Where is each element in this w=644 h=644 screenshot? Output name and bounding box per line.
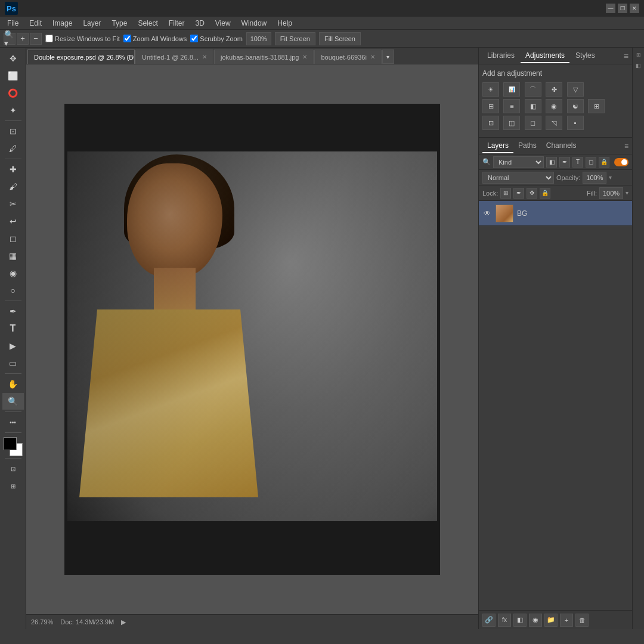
eyedropper-tool-button[interactable]: 🖊 [2, 140, 24, 157]
fit-screen-button[interactable]: Fit Screen [275, 32, 315, 45]
shape-tool-button[interactable]: ▭ [2, 355, 24, 371]
wand-tool-button[interactable]: ✦ [2, 102, 24, 119]
adj-posterize[interactable]: ◫ [503, 116, 520, 130]
tab-paths[interactable]: Paths [513, 139, 541, 153]
filter-toggle[interactable] [614, 158, 628, 166]
tab-close-bouquet[interactable]: ✕ [370, 54, 375, 60]
marquee-tool-button[interactable]: ⬜ [2, 67, 24, 84]
adj-channel-mixer[interactable]: ☯ [567, 99, 584, 113]
history-brush-button[interactable]: ↩ [2, 213, 24, 230]
status-arrow[interactable]: ▶ [121, 618, 126, 626]
path-select-button[interactable]: ▶ [2, 338, 24, 354]
adj-brightness[interactable]: ☀ [482, 82, 499, 97]
gradient-tool-button[interactable]: ▦ [2, 247, 24, 264]
zoom-tool-button[interactable]: 🔍 [2, 393, 24, 410]
layers-panel-menu-icon[interactable]: ≡ [624, 142, 628, 150]
resize-windows-checkbox[interactable]: Resize Windows to Fit [45, 35, 120, 42]
mask-mode-button[interactable]: ⊡ [2, 460, 24, 477]
tab-bouquet[interactable]: bouquet-66936i ✕ [314, 49, 381, 64]
menu-image[interactable]: Image [48, 18, 77, 29]
zoom-dropdown-button[interactable]: 🔍 ▾ [4, 33, 16, 45]
canvas-viewport[interactable] [26, 64, 478, 614]
link-layers-button[interactable]: 🔗 [482, 614, 496, 627]
fill-input[interactable] [599, 187, 623, 199]
menu-type[interactable]: Type [107, 18, 132, 29]
restore-button[interactable]: ❐ [618, 4, 627, 13]
adj-color-lookup[interactable]: ⊞ [588, 99, 605, 113]
screen-mode-button[interactable]: ⊞ [2, 478, 24, 494]
tab-layers[interactable]: Layers [482, 139, 513, 153]
lock-position-button[interactable]: ✥ [527, 188, 537, 199]
add-mask-button[interactable]: ◧ [513, 614, 527, 627]
menu-filter[interactable]: Filter [164, 18, 190, 29]
adj-hsl[interactable]: ⊞ [482, 99, 499, 113]
properties-icon[interactable]: ⊞ [634, 50, 643, 60]
add-fx-button[interactable]: fx [498, 614, 511, 627]
more-tools-button[interactable]: ••• [2, 414, 24, 431]
move-tool-button[interactable]: ✥ [2, 50, 24, 67]
filter-shape-icon[interactable]: ◻ [586, 157, 596, 168]
panel-top-menu-icon[interactable]: ≡ [624, 51, 628, 61]
zoom-in-button[interactable]: + [17, 33, 29, 45]
adj-photo-filter[interactable]: ◉ [546, 99, 562, 113]
menu-edit[interactable]: Edit [24, 18, 47, 29]
tab-close-jokubas[interactable]: ✕ [302, 54, 307, 60]
layer-visibility-eye[interactable]: 👁 [482, 209, 492, 218]
filter-smart-icon[interactable]: 🔒 [599, 157, 609, 168]
pen-tool-button[interactable]: ✒ [2, 303, 24, 320]
lock-pixels-button[interactable]: ✒ [513, 188, 524, 199]
hand-tool-button[interactable]: ✋ [2, 376, 24, 392]
new-adjustment-button[interactable]: ◉ [529, 614, 542, 627]
fill-arrow[interactable]: ▾ [626, 190, 628, 196]
adj-curves[interactable]: ⌒ [525, 82, 541, 97]
blend-mode-select[interactable]: Normal Dissolve Multiply Screen Overlay [482, 172, 554, 184]
tab-jokubas[interactable]: jokubas-banaitis-31881.jpg ✕ [214, 49, 314, 64]
adj-levels[interactable]: 📊 [503, 82, 520, 97]
blur-tool-button[interactable]: ◉ [2, 265, 24, 281]
masks-icon[interactable]: ◧ [634, 61, 643, 70]
dodge-tool-button[interactable]: ○ [2, 282, 24, 299]
adj-selective-color[interactable]: ▪ [567, 116, 584, 130]
fill-screen-button[interactable]: Fill Screen [319, 32, 361, 45]
heal-tool-button[interactable]: ✚ [2, 161, 24, 178]
lock-all-button[interactable]: 🔒 [540, 188, 550, 199]
filter-pixel-icon[interactable]: ◧ [546, 157, 557, 168]
filter-type-icon[interactable]: T [572, 157, 583, 168]
tab-untitled[interactable]: Untitled-1 @ 26.8... ✕ [135, 49, 213, 64]
menu-3d[interactable]: 3D [190, 18, 209, 29]
layer-bg[interactable]: 👁 BG [479, 201, 632, 226]
adj-exposure[interactable]: ✤ [546, 82, 562, 97]
tab-adjustments[interactable]: Adjustments [521, 49, 569, 63]
new-layer-button[interactable]: + [560, 614, 573, 627]
close-button[interactable]: ✕ [630, 4, 639, 13]
lasso-tool-button[interactable]: ⭕ [2, 85, 24, 101]
eraser-tool-button[interactable]: ◻ [2, 230, 24, 247]
brush-tool-button[interactable]: 🖌 [2, 178, 24, 195]
menu-view[interactable]: View [210, 18, 236, 29]
layer-filter-select[interactable]: Kind Name Effect Mode Attribute Color [493, 156, 544, 168]
menu-help[interactable]: Help [273, 18, 297, 29]
titlebar-controls[interactable]: — ❐ ✕ [606, 4, 639, 13]
adj-color-balance[interactable]: ≡ [503, 99, 520, 113]
filter-adjustment-icon[interactable]: ✒ [559, 157, 570, 168]
menu-layer[interactable]: Layer [78, 18, 106, 29]
opacity-arrow[interactable]: ▾ [609, 174, 612, 181]
opacity-input[interactable] [583, 172, 606, 184]
adj-bw[interactable]: ◧ [525, 99, 541, 113]
lock-transparent-button[interactable]: ⊞ [500, 188, 511, 199]
tab-double-exposure[interactable]: Double exposure.psd @ 26.8% (BG, RGB/8) … [27, 49, 135, 64]
zoom-all-windows-checkbox[interactable]: Zoom All Windows [123, 35, 187, 42]
minimize-button[interactable]: — [606, 4, 615, 13]
type-tool-button[interactable]: T [2, 320, 24, 337]
delete-layer-button[interactable]: 🗑 [575, 614, 589, 627]
menu-select[interactable]: Select [133, 18, 162, 29]
tab-channels[interactable]: Channels [541, 139, 581, 153]
tab-close-untitled[interactable]: ✕ [202, 54, 207, 60]
zoom-percent-input[interactable] [246, 32, 271, 45]
tab-styles[interactable]: Styles [571, 49, 600, 63]
scrubby-zoom-checkbox[interactable]: Scrubby Zoom [190, 35, 243, 42]
adj-invert[interactable]: ⊡ [482, 116, 499, 130]
adj-gradient-map[interactable]: ◹ [546, 116, 562, 130]
crop-tool-button[interactable]: ⊡ [2, 123, 24, 140]
menu-window[interactable]: Window [237, 18, 272, 29]
